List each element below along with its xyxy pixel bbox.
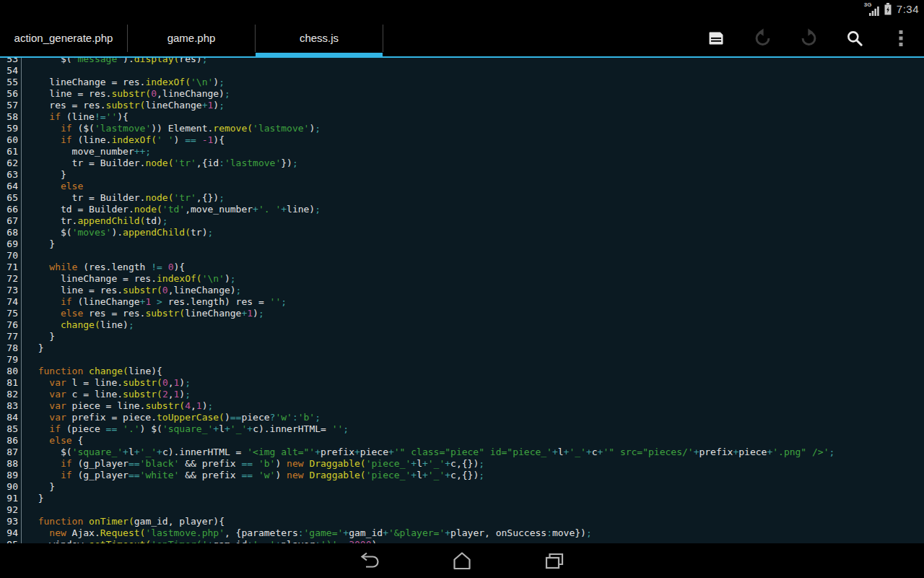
line-content[interactable]: if (g_player=='white' && prefix == 'w') … — [22, 470, 484, 481]
line-content[interactable]: if (lineChange+1 > res.length) res = ''; — [22, 296, 287, 308]
search-button[interactable] — [832, 18, 878, 58]
code-line: 94 new Ajax.Request('lastmove.php', {par… — [0, 527, 924, 539]
line-content[interactable]: if (piece == '.') $('square_'+l+'_'+c).i… — [22, 423, 349, 435]
line-content[interactable]: if ($('lastmove')) Element.remove('lastm… — [22, 123, 321, 134]
line-content[interactable]: if (line!=''){ — [22, 111, 128, 123]
line-content[interactable]: td = Builder.node('td',move_number+'. '+… — [22, 204, 321, 215]
overflow-menu-icon — [893, 29, 909, 48]
tab-action_generate-php[interactable]: action_generate.php — [0, 18, 127, 58]
line-content[interactable]: function change(line){ — [22, 366, 162, 377]
line-content[interactable]: lineChange = res.indexOf('\n'); — [22, 273, 236, 285]
line-content[interactable]: tr = Builder.node('tr',{}); — [22, 192, 225, 204]
line-content[interactable]: line = res.substr(0,lineChange); — [22, 285, 241, 296]
line-content[interactable]: tr = Builder.node('tr',{id:'lastmove'}); — [22, 158, 298, 169]
line-content[interactable] — [22, 250, 27, 262]
line-number: 58 — [0, 111, 22, 123]
line-content[interactable]: } — [22, 342, 43, 354]
line-content[interactable]: } — [22, 493, 43, 504]
line-content[interactable]: new Ajax.Request('lastmove.php', {parame… — [22, 527, 592, 539]
line-number: 56 — [0, 88, 22, 100]
code-line: 62 tr = Builder.node('tr',{id:'lastmove'… — [0, 158, 924, 169]
recents-button[interactable] — [537, 548, 572, 573]
home-button[interactable] — [445, 548, 479, 573]
code-line: 91 } — [0, 493, 924, 504]
line-number: 81 — [0, 377, 22, 389]
code-line: 83 var piece = line.substr(4,1); — [0, 400, 924, 412]
search-icon — [845, 29, 864, 48]
code-line: 81 var l = line.substr(0,1); — [0, 377, 924, 389]
line-content[interactable]: if (line.indexOf(' ') == -1){ — [22, 134, 225, 146]
line-number: 70 — [0, 250, 22, 262]
code-line: 72 lineChange = res.indexOf('\n'); — [0, 273, 924, 285]
editor[interactable]: 53 $('message').display(res);5455 lineCh… — [0, 58, 924, 578]
overflow-menu-button[interactable] — [878, 18, 924, 58]
code-line: 56 line = res.substr(0,lineChange); — [0, 88, 924, 100]
line-content[interactable]: var piece = line.substr(4,1); — [22, 400, 213, 412]
line-content[interactable]: var c = line.substr(2,1); — [22, 389, 191, 400]
undo-button[interactable] — [739, 18, 785, 58]
line-content[interactable]: if (g_player=='black' && prefix == 'b') … — [22, 458, 484, 470]
line-content[interactable]: while (res.length != 0){ — [22, 262, 185, 273]
line-number: 78 — [0, 342, 22, 354]
line-number: 86 — [0, 435, 22, 447]
line-content[interactable]: function onTimer(gam_id, player){ — [22, 516, 225, 527]
line-content[interactable]: } — [22, 481, 55, 493]
line-content[interactable] — [22, 65, 27, 77]
line-number: 88 — [0, 458, 22, 470]
line-number: 53 — [0, 58, 22, 65]
line-number: 59 — [0, 123, 22, 134]
clock: 7:34 — [897, 3, 919, 15]
battery-icon — [884, 3, 892, 15]
line-content[interactable] — [22, 354, 27, 366]
line-number: 61 — [0, 146, 22, 158]
code-line: 66 td = Builder.node('td',move_number+'.… — [0, 204, 924, 215]
line-content[interactable]: else — [22, 181, 83, 192]
line-content[interactable]: } — [22, 169, 66, 181]
line-number: 85 — [0, 423, 22, 435]
line-number: 71 — [0, 262, 22, 273]
tab-game-php[interactable]: game.php — [128, 18, 255, 58]
line-content[interactable] — [22, 504, 27, 516]
line-content[interactable]: res = res.substr(lineChange+1); — [22, 100, 225, 111]
back-button[interactable] — [352, 548, 387, 573]
line-content[interactable]: $('square_'+l+'_'+c).innerHTML = '<img a… — [22, 447, 834, 458]
code-line: 87 $('square_'+l+'_'+c).innerHTML = '<im… — [0, 447, 924, 458]
code-line: 57 res = res.substr(lineChange+1); — [0, 100, 924, 111]
line-content[interactable]: lineChange = res.indexOf('\n'); — [22, 77, 225, 88]
line-content[interactable]: else { — [22, 435, 83, 447]
line-content[interactable]: else res = res.substr(lineChange+1); — [22, 308, 264, 319]
save-icon — [707, 29, 725, 48]
tab-chess-js[interactable]: chess.js — [256, 18, 383, 58]
line-number: 63 — [0, 169, 22, 181]
line-content[interactable]: var l = line.substr(0,1); — [22, 377, 191, 389]
code-line: 85 if (piece == '.') $('square_'+l+'_'+c… — [0, 423, 924, 435]
line-number: 67 — [0, 215, 22, 227]
line-number: 72 — [0, 273, 22, 285]
line-content[interactable]: $('moves').appendChild(tr); — [22, 227, 213, 238]
redo-button[interactable] — [785, 18, 832, 58]
tab-label: action_generate.php — [14, 32, 113, 44]
line-content[interactable]: var prefix = piece.toUpperCase()==piece?… — [22, 412, 321, 423]
line-content[interactable]: line = res.substr(0,lineChange); — [22, 88, 230, 100]
line-number: 77 — [0, 331, 22, 342]
line-number: 68 — [0, 227, 22, 238]
status-bar: 3G 7:34 — [0, 0, 924, 18]
code-line: 67 tr.appendChild(td); — [0, 215, 924, 227]
code-line: 86 else { — [0, 435, 924, 447]
save-button[interactable] — [693, 18, 739, 58]
code-line: 58 if (line!=''){ — [0, 111, 924, 123]
line-content[interactable]: } — [22, 331, 55, 342]
line-number: 74 — [0, 296, 22, 308]
line-number: 60 — [0, 134, 22, 146]
line-content[interactable]: change(line); — [22, 319, 134, 331]
line-number: 54 — [0, 65, 22, 77]
line-number: 93 — [0, 516, 22, 527]
home-icon — [449, 551, 475, 570]
line-content[interactable]: move_number++; — [22, 146, 151, 158]
line-number: 55 — [0, 77, 22, 88]
line-content[interactable]: } — [22, 238, 55, 250]
line-content[interactable]: $('message').display(res); — [22, 58, 208, 65]
line-content[interactable]: tr.appendChild(td); — [22, 215, 168, 227]
tab-label: chess.js — [300, 32, 339, 44]
back-icon — [357, 551, 383, 570]
